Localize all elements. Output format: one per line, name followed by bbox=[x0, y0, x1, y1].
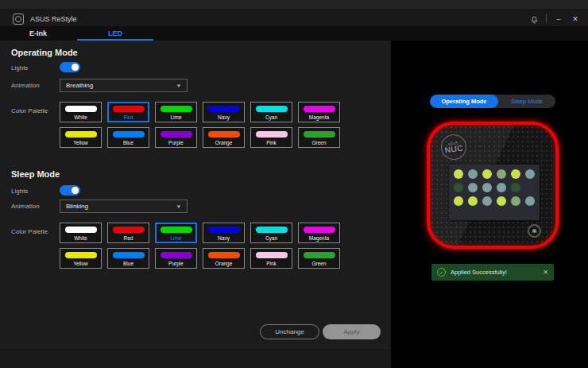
minimize-button[interactable]: – bbox=[554, 14, 563, 24]
color-swatch-white[interactable]: White bbox=[60, 102, 102, 122]
color-swatch-green[interactable]: Green bbox=[298, 127, 340, 148]
color-swatch-cyan[interactable]: Cyan bbox=[250, 223, 292, 243]
apply-button[interactable]: Apply bbox=[323, 324, 381, 339]
color-swatch-orange[interactable]: Orange bbox=[203, 248, 245, 269]
color-swatch-orange[interactable]: Orange bbox=[203, 127, 245, 148]
color-bar bbox=[113, 106, 145, 112]
led-dot bbox=[497, 196, 506, 206]
color-bar bbox=[304, 106, 335, 112]
color-swatch-cyan[interactable]: Cyan bbox=[250, 102, 292, 122]
operating-lights-toggle[interactable] bbox=[60, 62, 80, 72]
color-swatch-magenta[interactable]: Magenta bbox=[298, 223, 340, 243]
color-bar bbox=[256, 227, 288, 233]
color-swatch-yellow[interactable]: Yellow bbox=[60, 248, 102, 269]
led-dot bbox=[497, 183, 506, 192]
color-swatch-pink[interactable]: Pink bbox=[250, 248, 292, 269]
color-swatch-label: Blue bbox=[123, 140, 133, 145]
color-swatch-red[interactable]: Red bbox=[107, 102, 149, 122]
color-swatch-label: Purple bbox=[168, 261, 184, 266]
color-bar bbox=[304, 252, 335, 258]
color-bar bbox=[161, 227, 192, 233]
color-swatch-label: Magenta bbox=[309, 114, 329, 120]
color-bar bbox=[161, 252, 192, 258]
tab-e-ink[interactable]: E-Ink bbox=[16, 26, 60, 41]
led-settings-panel: Operating Mode Lights Animation Breathin… bbox=[0, 41, 391, 368]
led-dot bbox=[511, 169, 520, 179]
color-swatch-lime[interactable]: Lime bbox=[155, 102, 197, 122]
color-bar bbox=[208, 227, 240, 233]
sleep-lights-toggle[interactable] bbox=[60, 185, 80, 196]
led-dot bbox=[511, 196, 520, 206]
operating-mode-heading: Operating Mode bbox=[11, 48, 78, 57]
color-swatch-purple[interactable]: Purple bbox=[155, 127, 197, 148]
color-swatch-label: Red bbox=[124, 235, 133, 241]
unchange-button[interactable]: Unchange bbox=[260, 324, 319, 339]
close-button[interactable]: ✕ bbox=[571, 14, 580, 24]
title-bar: ASUS ReStyle – ✕ bbox=[0, 10, 588, 27]
color-swatch-red[interactable]: Red bbox=[107, 223, 149, 243]
power-button-icon bbox=[528, 224, 541, 238]
operating-lights-label: Lights bbox=[11, 64, 28, 72]
led-dot bbox=[482, 196, 492, 206]
color-bar bbox=[113, 227, 145, 233]
operating-animation-dropdown[interactable]: Breathing ▼ bbox=[60, 79, 188, 92]
color-bar bbox=[208, 131, 240, 138]
led-dot bbox=[482, 183, 492, 192]
led-dot bbox=[525, 169, 535, 179]
led-matrix-panel bbox=[449, 165, 540, 220]
color-swatch-magenta[interactable]: Magenta bbox=[298, 102, 340, 122]
led-dot bbox=[511, 183, 520, 192]
color-swatch-green[interactable]: Green bbox=[298, 248, 340, 269]
segment-operating-mode[interactable]: Operating Mode bbox=[430, 95, 498, 108]
led-dot bbox=[454, 183, 463, 192]
color-swatch-yellow[interactable]: Yellow bbox=[60, 127, 102, 148]
color-swatch-lime[interactable]: Lime bbox=[155, 223, 197, 243]
color-bar bbox=[256, 131, 288, 138]
color-swatch-purple[interactable]: Purple bbox=[155, 248, 197, 269]
color-bar bbox=[161, 131, 192, 138]
sleep-animation-label: Animation bbox=[11, 203, 40, 210]
color-swatch-blue[interactable]: Blue bbox=[107, 127, 149, 148]
window-controls: – ✕ bbox=[530, 14, 580, 24]
color-swatch-label: Lime bbox=[170, 235, 181, 241]
led-dot bbox=[454, 196, 463, 206]
color-swatch-label: Red bbox=[124, 114, 133, 120]
color-swatch-label: White bbox=[74, 235, 87, 241]
color-bar bbox=[304, 131, 335, 138]
device-preview-panel: Operating Mode Sleep Mode ASUS NUC ✓ App… bbox=[391, 41, 588, 368]
brand-nuc-label: NUC bbox=[444, 144, 463, 153]
color-swatch-blue[interactable]: Blue bbox=[107, 248, 149, 269]
sleep-lights-label: Lights bbox=[11, 188, 28, 195]
success-toast: ✓ Applied Successfully! ✕ bbox=[431, 264, 554, 281]
color-bar bbox=[304, 227, 335, 233]
led-dot-grid bbox=[449, 165, 540, 211]
operating-palette-label: Color Palette bbox=[11, 107, 48, 114]
color-swatch-navy[interactable]: Navy bbox=[203, 102, 245, 122]
asus-restyle-window: ASUS ReStyle – ✕ E-Ink LED Operating Mod… bbox=[0, 0, 588, 368]
operating-animation-label: Animation bbox=[11, 82, 40, 89]
color-swatch-white[interactable]: White bbox=[60, 223, 102, 243]
color-swatch-label: Orange bbox=[215, 261, 233, 266]
color-bar bbox=[113, 252, 145, 258]
color-swatch-label: Orange bbox=[215, 140, 233, 145]
color-swatch-label: Green bbox=[311, 140, 326, 145]
color-swatch-label: Cyan bbox=[265, 235, 277, 241]
notification-icon[interactable] bbox=[530, 14, 539, 24]
app-logo-icon bbox=[13, 14, 24, 25]
color-swatch-pink[interactable]: Pink bbox=[250, 127, 292, 148]
segment-sleep-mode[interactable]: Sleep Mode bbox=[498, 95, 555, 108]
nuc-device-preview: ASUS NUC bbox=[427, 122, 559, 249]
sleep-palette-label: Color Palette bbox=[11, 228, 48, 235]
led-dot bbox=[525, 196, 535, 206]
color-bar bbox=[208, 106, 240, 112]
toggle-knob bbox=[72, 187, 79, 194]
sleep-animation-dropdown[interactable]: Blinking ▼ bbox=[60, 199, 188, 213]
color-swatch-navy[interactable]: Navy bbox=[203, 223, 245, 243]
check-circle-icon: ✓ bbox=[437, 268, 446, 277]
sleep-animation-value: Blinking bbox=[66, 203, 88, 210]
color-bar bbox=[65, 252, 97, 258]
led-dot bbox=[454, 169, 463, 179]
toggle-knob bbox=[72, 64, 79, 71]
toast-close-icon[interactable]: ✕ bbox=[543, 269, 548, 276]
color-swatch-label: Lime bbox=[170, 114, 181, 120]
